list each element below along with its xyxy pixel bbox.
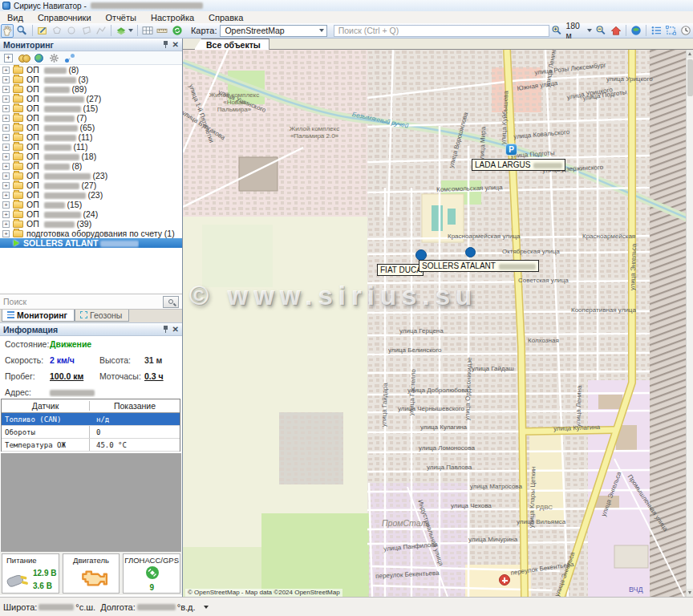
- expand-icon[interactable]: +: [2, 192, 10, 199]
- expand-icon[interactable]: +: [2, 153, 10, 160]
- grid-view-button[interactable]: [141, 24, 154, 38]
- pan-tool-button[interactable]: [1, 24, 14, 38]
- expand-icon[interactable]: +: [2, 211, 10, 218]
- tree-item[interactable]: +ОП (7): [0, 113, 182, 123]
- menu-item-1[interactable]: Справочники: [30, 13, 99, 22]
- tree-search-bar[interactable]: Поиск: [0, 294, 182, 310]
- expand-icon[interactable]: +: [2, 67, 10, 74]
- expand-icon[interactable]: +: [2, 221, 10, 228]
- add-polygon-button[interactable]: [51, 24, 63, 38]
- globe-button[interactable]: [630, 24, 642, 38]
- engine-hours-label: Моточасы:: [99, 371, 141, 381]
- engine-hours-value[interactable]: 0.3 ч: [144, 371, 164, 381]
- map-canvas[interactable]: улица Розы ЛюксембургЮжная улицаулица Ур…: [183, 50, 693, 597]
- tree-item[interactable]: +ОП (11): [0, 132, 182, 142]
- expand-icon[interactable]: +: [2, 172, 10, 180]
- edit-object-button[interactable]: [36, 24, 49, 38]
- home-button[interactable]: [610, 24, 622, 38]
- folder-icon: [13, 230, 23, 237]
- sensor-row[interactable]: Обороты0: [2, 426, 180, 439]
- expand-icon[interactable]: +: [2, 230, 10, 237]
- expand-icon[interactable]: +: [2, 105, 10, 112]
- layers-button[interactable]: [115, 24, 134, 38]
- map-scrollbar[interactable]: [686, 50, 693, 597]
- edit-geozone-button[interactable]: [80, 24, 93, 38]
- tree-item[interactable]: +подготовка оборудования по счету (1): [0, 229, 182, 238]
- map-source-select[interactable]: OpenStreetMap: [220, 25, 326, 37]
- coords-dropdown-icon[interactable]: [204, 606, 209, 609]
- tree-item[interactable]: +ОП (15): [0, 103, 182, 113]
- expand-icon[interactable]: +: [2, 86, 10, 93]
- ruler-button[interactable]: [156, 24, 168, 38]
- tree-item[interactable]: +ОП (89): [0, 84, 182, 94]
- vehicle-label[interactable]: SOLLERS ATALANT: [419, 260, 539, 272]
- expand-icon[interactable]: +: [2, 115, 10, 122]
- tree-item[interactable]: +ОП (18): [0, 152, 182, 161]
- scrollbar-thumb[interactable]: [687, 59, 693, 96]
- object-list-button[interactable]: [650, 24, 663, 38]
- close-icon[interactable]: ✕: [172, 326, 179, 334]
- zoom-scale-select[interactable]: 180 м: [565, 21, 592, 40]
- globe-icon: [630, 25, 642, 36]
- gear-icon[interactable]: [49, 53, 59, 63]
- history-button[interactable]: [679, 24, 692, 38]
- vehicle-label[interactable]: FIAT DUCAT: [377, 264, 424, 276]
- expand-icon[interactable]: +: [2, 76, 10, 83]
- scroll-up-icon[interactable]: [687, 50, 693, 58]
- mileage-value[interactable]: 100.0 км: [50, 371, 83, 381]
- menu-item-4[interactable]: Справка: [201, 13, 250, 22]
- vehicle-dot[interactable]: [465, 247, 476, 257]
- tree-item[interactable]: +ОП (27): [0, 94, 182, 103]
- expand-icon[interactable]: +: [2, 95, 10, 103]
- zoom-in-button[interactable]: [550, 24, 563, 38]
- pin-icon[interactable]: [163, 41, 168, 49]
- tab-monitoring[interactable]: Мониторинг: [2, 310, 75, 322]
- expand-icon[interactable]: +: [2, 163, 10, 170]
- close-icon[interactable]: ✕: [172, 41, 179, 49]
- show-on-map-icon[interactable]: [34, 54, 43, 63]
- expand-icon[interactable]: +: [2, 144, 10, 151]
- tree-item[interactable]: SOLLERS ATLANT: [0, 238, 182, 248]
- tree-item[interactable]: +ОП (24): [0, 209, 182, 219]
- menu-item-2[interactable]: Отчёты: [99, 13, 144, 22]
- binoculars-icon[interactable]: [18, 55, 29, 62]
- tree-item[interactable]: +ОП (15): [0, 200, 182, 209]
- add-circle-button[interactable]: [65, 24, 78, 38]
- route-icon[interactable]: [65, 54, 75, 63]
- expand-icon[interactable]: +: [2, 182, 10, 189]
- expand-icon[interactable]: +: [2, 134, 10, 141]
- refresh-button[interactable]: [171, 24, 184, 38]
- select-area-button[interactable]: [664, 24, 677, 38]
- pin-icon[interactable]: [163, 326, 168, 334]
- tree-item[interactable]: +ОП (8): [0, 161, 182, 171]
- route-tool-button[interactable]: [95, 24, 107, 38]
- zoom-tool-button[interactable]: [15, 24, 28, 38]
- monitoring-panel-header: Мониторинг ✕: [0, 38, 182, 51]
- vehicle-dot[interactable]: [415, 249, 427, 261]
- sensor-row[interactable]: Температура ОЖ45.0 °C: [2, 439, 180, 452]
- scroll-down-icon[interactable]: [687, 589, 693, 597]
- tab-geozones[interactable]: Геозоны: [75, 310, 129, 322]
- tree-item[interactable]: +ОП (3): [0, 75, 182, 84]
- tree-item[interactable]: +ОП (23): [0, 190, 182, 200]
- tree-item[interactable]: +ОП (65): [0, 123, 182, 132]
- sensor-row[interactable]: Топливо (CAN)н/д: [2, 413, 180, 426]
- tree-item[interactable]: +ОП (8): [0, 65, 182, 75]
- expand-icon[interactable]: +: [2, 201, 10, 209]
- menu-item-0[interactable]: Вид: [0, 13, 30, 22]
- tree-item[interactable]: +ОП (23): [0, 171, 182, 180]
- tree-search-button[interactable]: [163, 296, 179, 308]
- tree-item[interactable]: +ОП (39): [0, 219, 182, 229]
- zoom-out-button[interactable]: [594, 24, 607, 38]
- menu-item-3[interactable]: Настройка: [144, 13, 201, 22]
- global-search-input[interactable]: Поиск (Ctrl + Q): [334, 25, 549, 37]
- folder-icon: [13, 134, 23, 141]
- tab-all-objects[interactable]: Все объекты: [194, 38, 270, 50]
- vehicle-label[interactable]: LADA LARGUS: [472, 159, 565, 171]
- tree-item[interactable]: +ОП (11): [0, 142, 182, 152]
- tree-item-label: ОП (23): [26, 190, 103, 200]
- zoom-in-icon: [551, 25, 562, 36]
- tree-item[interactable]: +ОП (27): [0, 180, 182, 190]
- expand-icon[interactable]: +: [2, 124, 10, 132]
- expand-all-button[interactable]: +: [4, 54, 13, 63]
